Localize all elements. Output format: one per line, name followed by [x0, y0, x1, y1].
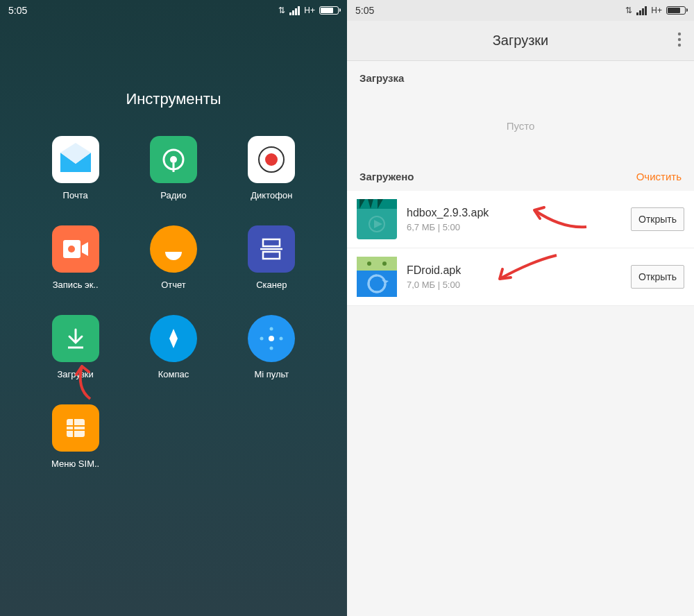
- svg-point-5: [265, 153, 278, 166]
- download-name: FDroid.apk: [407, 264, 621, 277]
- downloads-screen: 5:05 ⇅ H+ Загрузки Загрузка Пусто Загруж…: [347, 0, 694, 616]
- download-meta: 6,7 МБ | 5:00: [407, 222, 621, 232]
- data-transfer-icon: ⇅: [625, 6, 632, 15]
- recorder-icon: [248, 136, 295, 183]
- feedback-icon: [150, 225, 197, 273]
- svg-rect-9: [263, 252, 280, 259]
- svg-point-14: [270, 347, 273, 350]
- battery-icon: [319, 6, 339, 15]
- more-vert-icon: [677, 32, 682, 47]
- open-button[interactable]: Открыть: [631, 265, 684, 289]
- svg-point-21: [678, 32, 681, 35]
- app-downloads[interactable]: Загрузки: [33, 315, 117, 379]
- radio-icon: [150, 136, 197, 183]
- status-time: 5:05: [8, 5, 278, 16]
- status-time: 5:05: [355, 5, 625, 16]
- downloads-list: hdbox_2.9.3.apk 6,7 МБ | 5:00 Открыть FD…: [347, 191, 694, 306]
- clear-button[interactable]: Очистить: [636, 171, 682, 182]
- empty-state: Пусто: [347, 92, 694, 160]
- sim-icon: [52, 404, 99, 452]
- page-title: Загрузки: [493, 33, 549, 49]
- battery-icon: [666, 6, 686, 15]
- app-radio[interactable]: Радио: [131, 136, 215, 200]
- screen-recorder-icon: [52, 225, 99, 273]
- signal-icon: [636, 6, 647, 15]
- svg-point-27: [367, 262, 371, 266]
- folder-title: Инструменты: [0, 90, 347, 108]
- svg-rect-8: [263, 239, 280, 246]
- app-screen-recorder[interactable]: Запись эк..: [33, 225, 117, 290]
- svg-point-28: [382, 262, 387, 266]
- signal-icon: [289, 6, 300, 15]
- title-bar: Загрузки: [347, 21, 694, 61]
- svg-rect-17: [67, 419, 85, 437]
- downloads-icon: [52, 315, 99, 362]
- home-screen-folder: 5:05 ⇅ H+ Инструменты Почта Радио Дик: [0, 0, 347, 616]
- download-meta: 7,0 МБ | 5:00: [407, 280, 621, 290]
- svg-point-16: [280, 337, 283, 341]
- open-button[interactable]: Открыть: [631, 207, 684, 231]
- remote-icon: [248, 315, 295, 362]
- scanner-icon: [248, 225, 295, 273]
- data-transfer-icon: ⇅: [278, 6, 285, 15]
- app-grid: Почта Радио Диктофон Запись эк.. Отчет: [0, 136, 347, 469]
- svg-point-7: [68, 246, 75, 253]
- app-feedback[interactable]: Отчет: [131, 225, 215, 290]
- download-name: hdbox_2.9.3.apk: [407, 207, 621, 219]
- download-item[interactable]: hdbox_2.9.3.apk 6,7 МБ | 5:00 Открыть: [347, 191, 694, 248]
- apk-thumb-icon: [357, 199, 397, 239]
- network-type: H+: [304, 6, 315, 15]
- svg-rect-26: [357, 257, 397, 271]
- status-bar: 5:05 ⇅ H+: [0, 0, 347, 21]
- mail-icon: [52, 136, 99, 183]
- app-mi-remote[interactable]: Mi пульт: [230, 315, 314, 379]
- svg-point-12: [269, 336, 274, 341]
- apk-thumb-icon: [357, 257, 397, 297]
- app-recorder[interactable]: Диктофон: [230, 136, 314, 200]
- svg-point-22: [678, 37, 681, 40]
- svg-point-23: [678, 43, 681, 46]
- app-scanner[interactable]: Сканер: [230, 225, 314, 290]
- overflow-menu-button[interactable]: [677, 32, 682, 50]
- network-type: H+: [651, 6, 662, 15]
- compass-icon: [150, 315, 197, 362]
- svg-point-13: [270, 327, 273, 331]
- app-mail[interactable]: Почта: [33, 136, 117, 200]
- app-sim-menu[interactable]: Меню SIM..: [33, 404, 117, 469]
- svg-point-2: [170, 156, 177, 163]
- section-downloading: Загрузка: [347, 61, 694, 92]
- app-compass[interactable]: Компас: [131, 315, 215, 379]
- status-bar: 5:05 ⇅ H+: [347, 0, 694, 21]
- section-downloaded: Загружено Очистить: [347, 160, 694, 191]
- download-item[interactable]: FDroid.apk 7,0 МБ | 5:00 Открыть: [347, 248, 694, 306]
- svg-point-15: [260, 337, 264, 341]
